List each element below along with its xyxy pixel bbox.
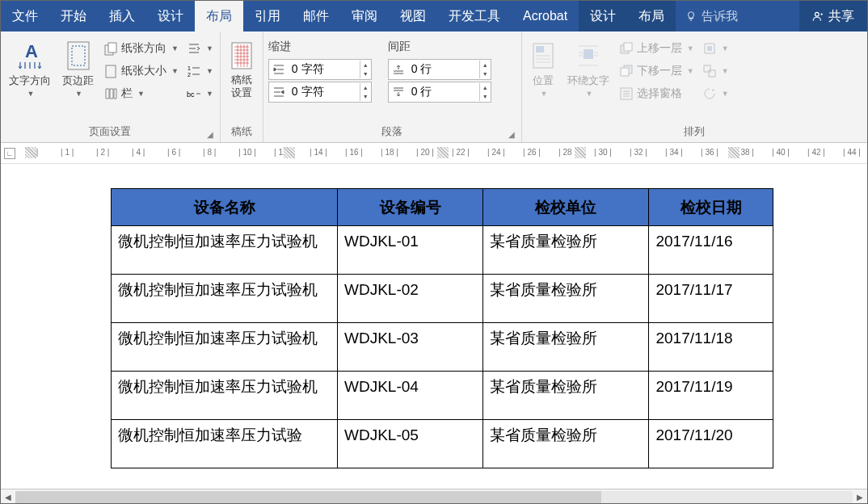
spin-down[interactable]: ▼ bbox=[360, 92, 371, 101]
manuscript-icon bbox=[229, 40, 255, 72]
indent-title: 缩进 bbox=[268, 38, 372, 57]
table-cell[interactable]: 某省质量检验所 bbox=[483, 420, 649, 468]
orientation-button[interactable]: 纸张方向▼ bbox=[102, 38, 180, 59]
svg-text:A: A bbox=[25, 41, 38, 61]
spin-up[interactable]: ▲ bbox=[360, 61, 371, 69]
breaks-button[interactable]: ▼ bbox=[185, 38, 215, 59]
tab-selector[interactable]: ∟ bbox=[4, 148, 15, 159]
group-arrange: 位置▼ 环绕文字▼ 上移一层▼ 下移一层▼ 选择窗格 ▼ ▼ ▼ 排列 bbox=[522, 32, 867, 142]
paper-size-button[interactable]: 纸张大小▼ bbox=[102, 61, 180, 82]
table-cell[interactable]: 某省质量检验所 bbox=[483, 372, 649, 420]
col-header[interactable]: 检校单位 bbox=[483, 189, 649, 226]
lightbulb-icon bbox=[685, 10, 697, 22]
wrap-text-button: 环绕文字▼ bbox=[564, 38, 613, 99]
table-row[interactable]: 微机控制恒加速率压力试验WDJKL-05某省质量检验所2017/11/20 bbox=[112, 420, 773, 468]
wrap-label: 环绕文字 bbox=[567, 74, 609, 88]
manuscript-label: 稿纸 设置 bbox=[231, 74, 252, 99]
rotate-button: ▼ bbox=[701, 83, 731, 104]
scroll-left-icon[interactable]: ◀ bbox=[1, 493, 15, 502]
svg-text:bc: bc bbox=[187, 90, 195, 99]
page-setup-label: 页面设置 bbox=[89, 125, 131, 137]
size-icon bbox=[103, 64, 118, 78]
indent-right-input[interactable]: 0 字符 ▲▼ bbox=[268, 82, 372, 103]
position-button: 位置▼ bbox=[527, 38, 559, 99]
table-cell[interactable]: 某省质量检验所 bbox=[483, 275, 649, 323]
dropdown-icon: ▼ bbox=[75, 90, 82, 98]
table-row[interactable]: 微机控制恒加速率压力试验机WDJKL-03某省质量检验所2017/11/18 bbox=[112, 323, 773, 372]
tab-insert[interactable]: 插入 bbox=[98, 1, 146, 32]
table-cell[interactable]: 2017/11/16 bbox=[649, 226, 773, 275]
spin-up[interactable]: ▲ bbox=[480, 83, 491, 92]
scroll-thumb[interactable] bbox=[15, 491, 601, 504]
indent-left-input[interactable]: 0 字符 ▲▼ bbox=[268, 59, 372, 80]
tab-review[interactable]: 审阅 bbox=[340, 1, 389, 32]
table-row[interactable]: 微机控制恒加速率压力试验机WDJKL-02某省质量检验所2017/11/17 bbox=[112, 275, 773, 323]
svg-point-0 bbox=[815, 12, 820, 16]
horizontal-scrollbar[interactable]: ◀ ▶ bbox=[1, 489, 867, 504]
tab-home[interactable]: 开始 bbox=[49, 1, 98, 32]
spin-down[interactable]: ▼ bbox=[480, 92, 491, 101]
tab-mailings[interactable]: 邮件 bbox=[292, 1, 340, 32]
table-cell[interactable]: 微机控制恒加速率压力试验 bbox=[112, 420, 338, 468]
indent-right-icon bbox=[269, 86, 289, 98]
tab-view[interactable]: 视图 bbox=[389, 1, 437, 32]
wrap-icon bbox=[575, 40, 601, 72]
table-cell[interactable]: 某省质量检验所 bbox=[483, 226, 649, 275]
table-cell[interactable]: WDJKL-01 bbox=[338, 226, 483, 275]
table-cell[interactable]: WDJKL-05 bbox=[338, 420, 483, 468]
scroll-right-icon[interactable]: ▶ bbox=[853, 493, 867, 502]
space-after-input[interactable]: 0 行 ▲▼ bbox=[388, 82, 491, 103]
table-cell[interactable]: 微机控制恒加速率压力试验机 bbox=[112, 372, 338, 420]
dialog-launcher-icon[interactable]: ◢ bbox=[207, 130, 213, 139]
table-cell[interactable]: 2017/11/18 bbox=[649, 323, 773, 372]
svg-text:1: 1 bbox=[188, 65, 191, 71]
line-numbers-button[interactable]: 12▼ bbox=[185, 61, 215, 82]
table-cell[interactable]: WDJKL-02 bbox=[338, 275, 483, 323]
tab-acrobat[interactable]: Acrobat bbox=[512, 1, 579, 32]
space-before-input[interactable]: 0 行 ▲▼ bbox=[388, 59, 491, 80]
horizontal-ruler[interactable]: ∟ | 2 || 1 || 2 || 4 || 6 || 8 || 10 || … bbox=[1, 143, 867, 164]
spin-up[interactable]: ▲ bbox=[480, 61, 491, 69]
col-header[interactable]: 设备编号 bbox=[338, 189, 483, 226]
align-button: ▼ bbox=[701, 38, 731, 59]
table-row[interactable]: 微机控制恒加速率压力试验机WDJKL-01某省质量检验所2017/11/16 bbox=[112, 226, 773, 275]
col-header[interactable]: 设备名称 bbox=[112, 189, 338, 226]
tab-file[interactable]: 文件 bbox=[1, 1, 49, 32]
table-cell[interactable]: 2017/11/20 bbox=[649, 420, 773, 468]
spin-down[interactable]: ▼ bbox=[360, 69, 371, 78]
hyphenation-button[interactable]: bc▼ bbox=[185, 83, 215, 104]
share-button[interactable]: 共享 bbox=[799, 1, 867, 32]
svg-rect-13 bbox=[584, 49, 593, 59]
tab-table-design[interactable]: 设计 bbox=[579, 1, 627, 32]
equipment-table[interactable]: 设备名称设备编号检校单位检校日期 微机控制恒加速率压力试验机WDJKL-01某省… bbox=[111, 188, 773, 468]
breaks-icon bbox=[187, 41, 201, 56]
dialog-launcher-icon[interactable]: ◢ bbox=[508, 130, 515, 139]
table-cell[interactable]: 2017/11/17 bbox=[649, 275, 773, 323]
tell-me-search[interactable]: 告诉我 bbox=[676, 1, 748, 32]
spin-up[interactable]: ▲ bbox=[360, 83, 371, 92]
tab-devtools[interactable]: 开发工具 bbox=[437, 1, 512, 32]
selection-pane-button: 选择窗格 bbox=[617, 83, 696, 104]
tab-design[interactable]: 设计 bbox=[146, 1, 195, 32]
columns-button[interactable]: 栏▼ bbox=[102, 83, 180, 104]
manuscript-settings-button[interactable]: 稿纸 设置 bbox=[225, 38, 258, 101]
table-cell[interactable]: 微机控制恒加速率压力试验机 bbox=[112, 226, 338, 275]
table-cell[interactable]: WDJKL-04 bbox=[338, 372, 483, 420]
group-objects-button: ▼ bbox=[701, 61, 731, 82]
text-direction-button[interactable]: A 文字方向 ▼ bbox=[6, 38, 54, 99]
table-cell[interactable]: 微机控制恒加速率压力试验机 bbox=[112, 323, 338, 372]
col-header[interactable]: 检校日期 bbox=[649, 189, 773, 226]
table-cell[interactable]: WDJKL-03 bbox=[338, 323, 483, 372]
margins-button[interactable]: 页边距 ▼ bbox=[59, 38, 97, 99]
spin-down[interactable]: ▼ bbox=[480, 69, 491, 78]
tab-table-layout[interactable]: 布局 bbox=[627, 1, 676, 32]
tab-layout[interactable]: 布局 bbox=[195, 1, 243, 32]
table-cell[interactable]: 某省质量检验所 bbox=[483, 323, 649, 372]
svg-text:2: 2 bbox=[188, 72, 191, 78]
table-row[interactable]: 微机控制恒加速率压力试验机WDJKL-04某省质量检验所2017/11/19 bbox=[112, 372, 773, 420]
table-cell[interactable]: 2017/11/19 bbox=[649, 372, 773, 420]
svg-rect-19 bbox=[707, 46, 712, 51]
table-cell[interactable]: 微机控制恒加速率压力试验机 bbox=[112, 275, 338, 323]
document-area[interactable]: 设备名称设备编号检校单位检校日期 微机控制恒加速率压力试验机WDJKL-01某省… bbox=[1, 164, 867, 489]
tab-references[interactable]: 引用 bbox=[243, 1, 292, 32]
